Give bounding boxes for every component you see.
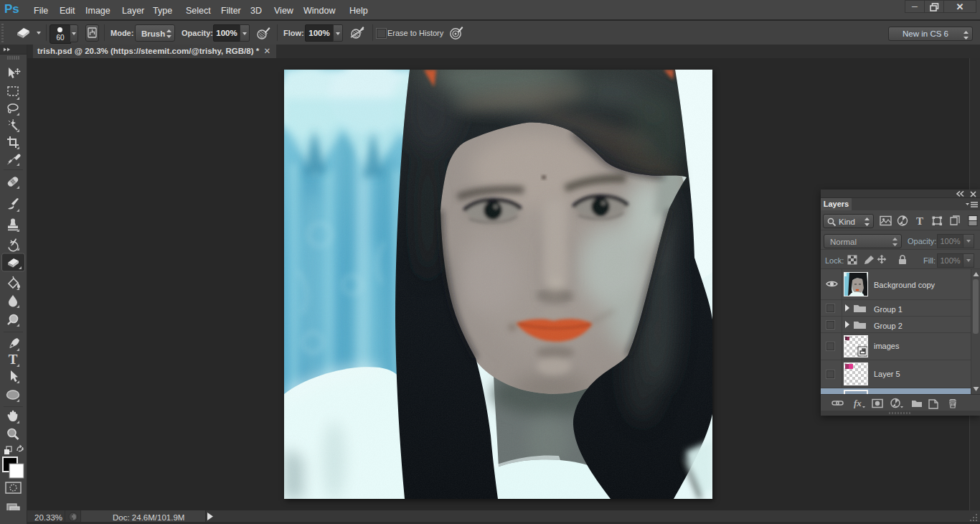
- svg-text:T: T: [9, 352, 18, 367]
- svg-text:fx: fx: [854, 398, 862, 408]
- svg-text:T: T: [916, 215, 923, 227]
